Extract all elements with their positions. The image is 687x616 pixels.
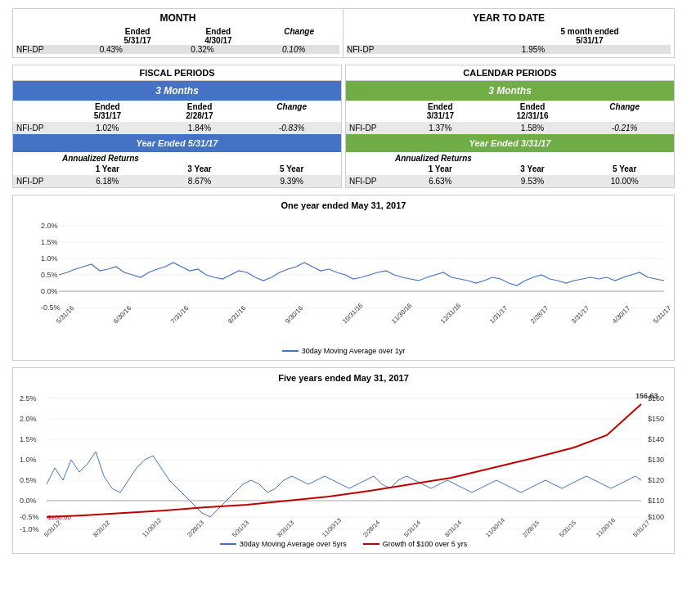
month-ended1-label: Ended 5/31/17 <box>97 27 178 45</box>
svg-text:0.5%: 0.5% <box>20 476 37 484</box>
fiscal-change-val: -0.83% <box>245 124 338 133</box>
svg-text:8/31/14: 8/31/14 <box>443 519 463 537</box>
chart1-container: 2.0% 1.5% 1.0% 0.5% 0.0% -0.5% 5/31/16 <box>18 214 669 344</box>
svg-text:5/31/17: 5/31/17 <box>652 304 672 326</box>
chart1-legend-label: 30day Moving Average over 1yr <box>302 347 405 355</box>
fiscal-ann-returns-title: Annualized Returns <box>13 152 341 163</box>
fiscal-3months-bar: 3 Months <box>13 81 341 101</box>
svg-text:1.5%: 1.5% <box>20 435 37 443</box>
svg-text:$140: $140 <box>648 435 664 443</box>
svg-text:2/28/14: 2/28/14 <box>361 519 381 537</box>
chart1-title: One year ended May 31, 2017 <box>18 200 669 210</box>
svg-text:2.0%: 2.0% <box>41 222 58 230</box>
fiscal-panel-title: FISCAL PERIODS <box>13 65 341 81</box>
svg-text:6/30/16: 6/30/16 <box>112 304 133 326</box>
calendar-val1: 1.37% <box>394 124 487 133</box>
chart1-section: One year ended May 31, 2017 2.0% 1.5% 1.… <box>12 195 675 361</box>
chart2-container: 2.5% 2.0% 1.5% 1.0% 0.5% 0.0% -0.5% -1.0… <box>18 386 669 537</box>
fiscal-val1: 1.02% <box>61 124 154 133</box>
calendar-year1-header: 1 Year <box>394 164 487 173</box>
calendar-nfi-label: NFI-DP <box>349 124 394 133</box>
svg-text:-0.5%: -0.5% <box>20 513 39 521</box>
svg-text:1.0%: 1.0% <box>41 254 58 263</box>
svg-text:2/28/17: 2/28/17 <box>529 304 550 326</box>
svg-text:10/31/16: 10/31/16 <box>341 302 365 326</box>
month-change-label: Change <box>258 27 339 45</box>
chart2-title: Five years ended May 31, 2017 <box>18 373 669 383</box>
ytd-title: YEAR TO DATE <box>347 12 671 24</box>
fiscal-year-bar: Year Ended 5/31/17 <box>13 134 341 152</box>
svg-text:1/31/17: 1/31/17 <box>488 304 510 326</box>
calendar-ended2: Ended 12/31/16 <box>487 102 579 120</box>
svg-text:8/31/13: 8/31/13 <box>276 519 295 537</box>
calendar-val2: 1.58% <box>487 124 579 133</box>
calendar-change-val: -0.21% <box>578 124 671 133</box>
svg-text:7/31/16: 7/31/16 <box>169 304 191 326</box>
svg-text:1.5%: 1.5% <box>41 238 58 246</box>
calendar-change-header: Change <box>578 102 671 120</box>
chart2-legend: 30day Moving Average over 5yrs Growth of… <box>18 540 669 548</box>
calendar-year-bar: Year Ended 3/31/17 <box>346 134 674 152</box>
svg-text:2.0%: 2.0% <box>20 415 37 423</box>
svg-text:8/31/12: 8/31/12 <box>92 519 111 537</box>
svg-text:$120: $120 <box>648 476 664 484</box>
month-title: MONTH <box>16 12 339 24</box>
fiscal-year3-header: 3 Year <box>154 164 246 173</box>
svg-text:156.63: 156.63 <box>635 392 658 400</box>
svg-text:9/30/16: 9/30/16 <box>284 304 305 326</box>
svg-text:5/31/17: 5/31/17 <box>631 519 651 537</box>
nfi-label-month: NFI-DP <box>16 45 65 54</box>
fiscal-ended1: Ended 5/31/17 <box>61 102 154 120</box>
chart2-legend1-label: 30day Moving Average over 5yrs <box>240 540 347 548</box>
svg-text:$110: $110 <box>648 497 664 505</box>
fiscal-year1-header: 1 Year <box>61 164 154 173</box>
calendar-ann-returns-title: Annualized Returns <box>346 152 674 163</box>
month-val2: 0.32% <box>157 45 249 54</box>
fiscal-change-header: Change <box>245 102 338 120</box>
fiscal-y1-val: 6.18% <box>61 177 154 186</box>
svg-text:5/31/15: 5/31/15 <box>558 519 577 537</box>
fiscal-y5-val: 9.39% <box>245 177 338 186</box>
fiscal-ann-nfi-label: NFI-DP <box>16 177 61 186</box>
calendar-year5-header: 5 Year <box>578 164 671 173</box>
svg-text:1.0%: 1.0% <box>20 456 37 464</box>
month-val1: 0.43% <box>65 45 157 54</box>
svg-text:0.5%: 0.5% <box>41 271 58 279</box>
calendar-3months-bar: 3 Months <box>346 81 674 101</box>
svg-text:5/31/14: 5/31/14 <box>402 519 422 537</box>
svg-text:11/30/12: 11/30/12 <box>141 516 163 537</box>
calendar-ann-nfi-label: NFI-DP <box>349 177 394 186</box>
svg-text:3/31/17: 3/31/17 <box>570 304 591 326</box>
calendar-y1-val: 6.63% <box>394 177 487 186</box>
svg-text:8/31/16: 8/31/16 <box>227 304 248 326</box>
svg-text:12/31/16: 12/31/16 <box>439 302 463 326</box>
svg-text:0.0%: 0.0% <box>41 287 58 295</box>
calendar-y3-val: 9.53% <box>487 177 579 186</box>
svg-text:$150: $150 <box>648 415 664 423</box>
month-change-val: 0.10% <box>248 45 339 54</box>
fiscal-y3-val: 8.67% <box>154 177 246 186</box>
fiscal-val2: 1.84% <box>154 124 246 133</box>
svg-text:11/30/16: 11/30/16 <box>390 302 414 326</box>
calendar-panel-title: CALENDAR PERIODS <box>346 65 674 81</box>
svg-text:5/31/13: 5/31/13 <box>231 519 250 537</box>
svg-text:2/28/15: 2/28/15 <box>521 519 541 537</box>
svg-text:2/28/13: 2/28/13 <box>186 519 205 537</box>
svg-text:11/30/16: 11/30/16 <box>595 516 617 537</box>
chart2-legend2-label: Growth of $100 over 5 yrs <box>383 540 468 548</box>
svg-text:11/30/13: 11/30/13 <box>321 516 343 537</box>
month-ended2-label: Ended 4/30/17 <box>178 27 259 45</box>
svg-text:0.0%: 0.0% <box>20 497 37 505</box>
svg-text:$100: $100 <box>648 513 664 521</box>
chart1-legend: 30day Moving Average over 1yr <box>18 347 669 355</box>
fiscal-ended2: Ended 2/28/17 <box>154 102 246 120</box>
svg-text:-1.0%: -1.0% <box>20 525 39 533</box>
chart2-section: Five years ended May 31, 2017 2.5% 2.0% … <box>12 367 675 554</box>
svg-text:4/30/17: 4/30/17 <box>611 304 632 326</box>
ytd-val: 1.95% <box>396 45 671 54</box>
svg-text:11/30/14: 11/30/14 <box>484 516 506 537</box>
svg-text:-0.5%: -0.5% <box>41 304 61 312</box>
svg-text:$130: $130 <box>648 456 664 464</box>
nfi-label-ytd: NFI-DP <box>347 45 396 54</box>
fiscal-nfi-label: NFI-DP <box>16 124 61 133</box>
